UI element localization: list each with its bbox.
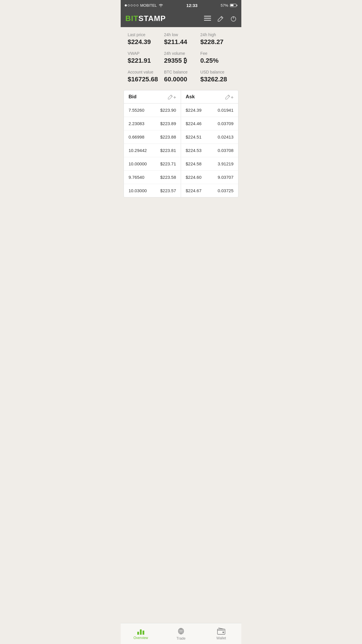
table-row: 10.03000 $223.57 $224.67 0.03725 [124,184,238,197]
ask-price: $224.67 [186,188,201,193]
header-icons [204,15,237,22]
status-right: 57% [221,3,237,8]
bid-side: 9.76540 $223.58 [124,171,181,184]
ask-side: $224.46 0.03709 [181,117,238,130]
ask-price: $224.58 [186,161,201,166]
ask-price: $224.46 [186,121,201,126]
bid-qty: 2.23083 [129,121,144,126]
wifi-icon [159,4,163,7]
ask-qty: 3.91219 [218,161,233,166]
stat-vwap: VWAP $221.91 [126,51,163,64]
table-row: 0.66998 $223.88 $224.51 0.02413 [124,130,238,144]
logo-stamp: STAMP [138,14,166,23]
table-row: 7.55260 $223.90 $224.39 0.01941 [124,104,238,117]
ask-qty: 0.03709 [218,121,233,126]
signal-dots [125,4,138,6]
svg-rect-0 [204,16,211,17]
ask-qty: 0.03725 [218,188,233,193]
bid-side: 10.29442 $223.81 [124,144,181,157]
ask-qty: 9.03707 [218,175,233,180]
ask-price: $224.51 [186,134,201,139]
bid-side: 0.66998 $223.88 [124,130,181,144]
svg-rect-2 [204,20,211,21]
bid-qty: 10.03000 [129,188,147,193]
bid-qty: 10.00000 [129,161,147,166]
stat-last-price: Last price $224.39 [126,32,163,46]
bid-qty: 7.55260 [129,108,144,113]
ask-side: $224.67 0.03725 [181,184,238,197]
logo-bit: BIT [125,14,138,23]
ask-qty: 0.03708 [218,148,233,153]
ask-price: $224.39 [186,108,201,113]
ask-price: $224.60 [186,175,201,180]
battery-percentage: 57% [221,3,228,8]
table-row: 10.00000 $223.71 $224.58 3.91219 [124,157,238,171]
stat-24h-volume: 24h volume 29355 ₿ [163,51,199,64]
stat-btc-balance: BTC balance 60.0000 [163,70,199,83]
bid-price: $223.88 [160,134,176,139]
bid-price: $223.90 [160,108,176,113]
ask-price: $224.53 [186,148,201,153]
bid-price: $223.57 [160,188,176,193]
ask-side: $224.51 0.02413 [181,130,238,144]
status-time: 12:33 [186,3,197,8]
ask-side: $224.53 0.03708 [181,144,238,157]
menu-icon[interactable] [204,16,211,22]
ask-qty: 0.01941 [218,108,233,113]
stat-usd-balance: USD balance $3262.28 [199,70,236,83]
order-book-header: Bid + Ask + [124,90,238,104]
ask-side: $224.60 9.03707 [181,171,238,184]
bid-edit-icon[interactable]: + [168,94,176,99]
bid-price: $223.71 [160,161,176,166]
bid-header: Bid + [124,90,181,103]
power-icon[interactable] [230,15,237,22]
bid-side: 2.23083 $223.89 [124,117,181,130]
status-bar: MOBITEL 12:33 57% [121,0,241,10]
edit-icon[interactable] [217,15,224,22]
order-book: Bid + Ask + 7.55260 $223.90 [124,90,238,197]
bid-price: $223.58 [160,175,176,180]
bid-qty: 10.29442 [129,148,147,153]
svg-rect-1 [204,18,211,19]
bid-side: 7.55260 $223.90 [124,104,181,117]
ask-qty: 0.02413 [218,134,233,139]
stat-24h-low: 24h low $211.44 [163,32,199,46]
bid-side: 10.03000 $223.57 [124,184,181,197]
stat-24h-high: 24h high $228.27 [199,32,236,46]
bid-qty: 0.66998 [129,134,144,139]
app-logo: BITSTAMP [125,14,166,23]
bid-price: $223.89 [160,121,176,126]
ask-side: $224.39 0.01941 [181,104,238,117]
app-header: BITSTAMP [121,10,241,27]
status-left: MOBITEL [125,3,163,8]
bid-price: $223.81 [160,148,176,153]
stat-account-value: Account value $16725.68 [126,70,163,83]
stat-fee: Fee 0.25% [199,51,236,64]
ask-edit-icon[interactable]: + [225,94,233,99]
table-row: 2.23083 $223.89 $224.46 0.03709 [124,117,238,130]
ask-header: Ask + [181,90,238,103]
bid-side: 10.00000 $223.71 [124,157,181,170]
carrier-label: MOBITEL [140,3,157,8]
table-row: 10.29442 $223.81 $224.53 0.03708 [124,144,238,157]
table-row: 9.76540 $223.58 $224.60 9.03707 [124,171,238,184]
stats-grid: Last price $224.39 24h low $211.44 24h h… [121,27,241,86]
order-book-rows: 7.55260 $223.90 $224.39 0.01941 2.23083 … [124,104,238,197]
battery-icon [230,4,237,7]
bid-qty: 9.76540 [129,175,144,180]
ask-side: $224.58 3.91219 [181,157,238,170]
